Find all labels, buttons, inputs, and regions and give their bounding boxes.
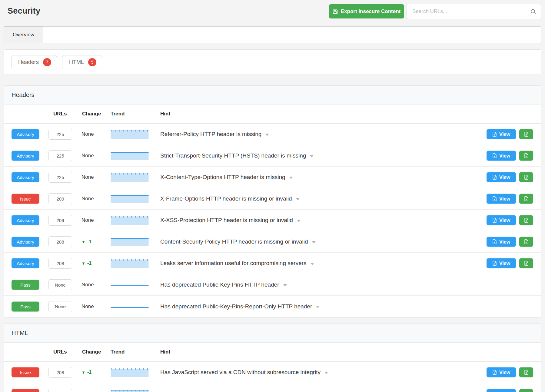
column-header-change: Change [82, 111, 101, 117]
excel-file-icon [524, 370, 529, 375]
change-value: ▼-1 [81, 261, 91, 266]
filter-pill-headers[interactable]: Headers 7 [11, 55, 57, 69]
filter-card: Headers 7 HTML 5 [4, 49, 541, 75]
view-button[interactable]: View [487, 215, 516, 225]
trend-sparkline [111, 389, 149, 392]
hint-text: Has JavaScript served via a CDN without … [160, 369, 321, 376]
view-button[interactable]: View [487, 237, 516, 247]
excel-file-icon [492, 370, 497, 375]
view-button[interactable]: View [487, 367, 516, 377]
tab-overview[interactable]: Overview [4, 26, 43, 43]
status-badge: Advisory [12, 129, 39, 139]
change-value: None [81, 304, 94, 310]
chevron-down-icon[interactable] [297, 220, 301, 222]
chevron-down-icon[interactable] [296, 198, 300, 201]
hint[interactable]: X-XSS-Protection HTTP header is missing … [160, 217, 301, 224]
table-row: PassNoneNoneHas deprecated Public-Key-Pi… [4, 274, 541, 296]
pill-label: Headers [18, 59, 39, 65]
export-row-button[interactable] [519, 258, 533, 268]
view-button[interactable]: View [487, 194, 516, 204]
hint-text: Has deprecated Public-Key-Pins-Report-On… [160, 303, 312, 310]
view-button[interactable]: View [487, 258, 516, 268]
view-button[interactable]: View [487, 129, 516, 139]
chevron-down-icon[interactable] [311, 263, 314, 265]
table-body: Advisory225NoneReferrer-Policy HTTP head… [4, 124, 541, 317]
view-button[interactable]: View [487, 389, 516, 392]
status-badge: Advisory [12, 258, 39, 268]
hint-text: Has deprecated Public-Key-Pins HTTP head… [160, 281, 279, 288]
view-button-label: View [499, 153, 510, 158]
trend-sparkline [111, 279, 149, 290]
excel-file-icon [492, 132, 497, 137]
url-count-box: 225 [48, 172, 72, 183]
export-row-button[interactable] [519, 172, 533, 182]
excel-file-icon [524, 132, 529, 137]
excel-file-icon [492, 261, 497, 266]
hint[interactable]: Strict-Transport-Security HTTP (HSTS) he… [160, 152, 314, 159]
view-button[interactable]: View [487, 172, 516, 182]
column-header-trend: Trend [111, 349, 125, 355]
table-row: Advisory225NoneReferrer-Policy HTTP head… [4, 124, 541, 145]
page-title: Security [8, 6, 40, 16]
export-insecure-content-button[interactable]: Export Insecure Content [329, 4, 404, 18]
chevron-down-icon[interactable] [312, 241, 316, 244]
change-value: None [81, 282, 94, 288]
excel-file-icon [492, 196, 497, 201]
hint[interactable]: X-Content-Type-Options HTTP header is mi… [160, 174, 293, 181]
change-value: None [81, 196, 94, 202]
export-row-button[interactable] [519, 215, 533, 225]
hint-text: X-XSS-Protection HTTP header is missing … [160, 217, 293, 224]
export-row-button[interactable] [519, 367, 533, 377]
hint[interactable]: Leaks server information useful for comp… [160, 260, 314, 267]
column-header-change: Change [82, 349, 101, 355]
hint-text: Referrer-Policy HTTP header is missing [160, 131, 261, 138]
view-button[interactable]: View [487, 151, 516, 161]
section-title: HTML [4, 324, 541, 343]
trend-sparkline [111, 215, 149, 226]
view-button-label: View [499, 370, 510, 375]
chevron-down-icon[interactable] [316, 306, 320, 308]
table-row: PassNoneNoneHas deprecated Public-Key-Pi… [4, 296, 541, 317]
pill-count-badge: 5 [88, 58, 96, 66]
hint[interactable]: X-Frame-Options HTTP header is missing o… [160, 195, 300, 202]
chevron-down-icon[interactable] [310, 155, 314, 158]
down-triangle-icon: ▼ [81, 240, 85, 244]
hint-text: X-Frame-Options HTTP header is missing o… [160, 195, 292, 202]
chevron-down-icon[interactable] [265, 134, 269, 136]
url-count-box: 225 [48, 129, 72, 140]
export-row-button[interactable] [519, 194, 533, 204]
hint-text: Strict-Transport-Security HTTP (HSTS) he… [160, 152, 306, 159]
export-row-button[interactable] [519, 389, 533, 392]
url-count-box: 208 [48, 389, 72, 392]
trend-sparkline [111, 172, 149, 183]
trend-sparkline [111, 150, 149, 161]
hint[interactable]: Has deprecated Public-Key-Pins HTTP head… [160, 281, 287, 288]
table-row: Advisory225NoneX-Content-Type-Options HT… [4, 167, 541, 188]
hint[interactable]: Has deprecated Public-Key-Pins-Report-On… [160, 303, 320, 310]
change-value: ▼-1 [81, 370, 91, 375]
hint[interactable]: Content-Security-Policy HTTP header is m… [160, 238, 316, 245]
chevron-down-icon[interactable] [283, 284, 287, 287]
filter-pill-html[interactable]: HTML 5 [62, 55, 102, 69]
column-headers: URLs Change Trend Hint [4, 343, 541, 362]
security-page: Security Export Insecure Content Overvie… [0, 0, 545, 392]
change-value: None [81, 217, 94, 223]
hint[interactable]: Has style sheets served via a CDN withou… [160, 391, 332, 392]
column-header-hint: Hint [160, 111, 170, 117]
export-row-button[interactable] [519, 237, 533, 247]
hint[interactable]: Referrer-Policy HTTP header is missing [160, 131, 269, 138]
export-button-label: Export Insecure Content [341, 8, 400, 15]
pill-count-badge: 7 [43, 58, 51, 66]
export-row-button[interactable] [519, 151, 533, 161]
export-row-button[interactable] [519, 129, 533, 139]
url-count-box: 208 [48, 367, 72, 378]
view-button-label: View [499, 174, 510, 180]
section-title: Headers [4, 86, 541, 105]
search-input[interactable] [407, 8, 530, 15]
chevron-down-icon[interactable] [324, 372, 328, 374]
hint[interactable]: Has JavaScript served via a CDN without … [160, 369, 328, 376]
hint-text: X-Content-Type-Options HTTP header is mi… [160, 174, 285, 181]
chevron-down-icon[interactable] [289, 177, 293, 179]
search-icon[interactable] [530, 8, 541, 15]
status-badge: Issue [12, 389, 39, 392]
